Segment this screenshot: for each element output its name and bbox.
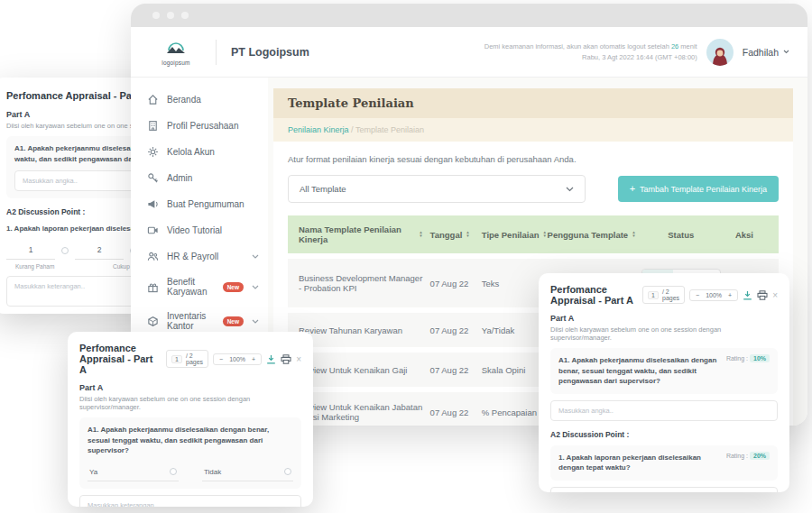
breadcrumb-separator: / — [351, 125, 354, 134]
zoom-level: 100% — [229, 356, 245, 362]
session-text: menit — [678, 42, 697, 50]
modal-title: Perfomance Appraisal - Part A — [79, 343, 161, 375]
zoom-out-button[interactable]: − — [219, 356, 223, 362]
zoom-out-button[interactable]: − — [696, 292, 699, 298]
print-icon[interactable] — [281, 354, 291, 364]
scale-label-low: Kurang Paham — [6, 263, 93, 270]
sidebar-item-beranda[interactable]: Beranda — [131, 87, 268, 113]
add-template-label: Tambah Template Penilaian Kinerja — [640, 185, 767, 194]
rating-value: 10% — [750, 354, 770, 362]
option-no[interactable]: Tidak — [202, 465, 293, 481]
sidebar-item-benefit-karyawan[interactable]: Benefit Karyawan New — [131, 270, 268, 304]
add-template-button[interactable]: + Tambah Template Penilaian Kinerja — [618, 176, 779, 202]
radio-button[interactable] — [61, 247, 69, 254]
pager: 1 / 2 pages − 100% + × — [642, 286, 778, 304]
option-yes[interactable]: Ya — [88, 465, 179, 481]
window-dot[interactable] — [152, 12, 160, 19]
sidebar-item-buat-pengumuman[interactable]: Buat Pengumuman — [131, 191, 268, 217]
question-a2-box: 1. Apakah laporan pekerjaan diselesaikan… — [550, 445, 778, 481]
avatar[interactable] — [706, 39, 734, 66]
template-date: 07 Aug 22 — [430, 279, 482, 289]
sidebar-item-label: Buat Pengumuman — [167, 199, 245, 209]
user-name: Fadhilah — [743, 47, 779, 58]
table-header: Nama Template Penilaian Kinerja▲▼ Tangga… — [288, 215, 779, 253]
close-icon[interactable]: × — [296, 354, 301, 364]
sort-icon[interactable]: ▲▼ — [632, 231, 635, 237]
number-input[interactable] — [550, 487, 778, 492]
download-icon[interactable] — [266, 354, 276, 364]
page-total: / 2 pages — [662, 289, 679, 301]
filter-value: All Template — [300, 184, 346, 194]
template-name: Business Development Manager - Probation… — [299, 273, 430, 293]
print-icon[interactable] — [757, 290, 768, 300]
sidebar-item-label: Beranda — [167, 95, 201, 105]
template-type: Ya/Tidak — [482, 325, 548, 335]
sidebar-item-label: Benefit Karyawan — [167, 277, 213, 297]
zoom-in-button[interactable]: + — [252, 356, 255, 362]
sort-icon[interactable]: ▲▼ — [543, 231, 547, 237]
rating-value: 20% — [750, 452, 770, 460]
logo-icon — [164, 39, 188, 59]
scale-number: 2 — [75, 243, 124, 260]
column-header-name[interactable]: Nama Template Penilaian Kinerja — [299, 224, 415, 244]
company-logo: logoipsum — [151, 39, 201, 66]
option-label: Ya — [89, 468, 97, 476]
session-info: Demi keamanan informasi, akun akan otoma… — [484, 41, 697, 63]
new-badge: New — [223, 282, 244, 292]
download-icon[interactable] — [743, 290, 752, 300]
zoom-control[interactable]: − 100% + — [689, 289, 738, 301]
page-indicator[interactable]: 1 / 2 pages — [166, 350, 208, 368]
option-label: Tidak — [204, 468, 221, 476]
section-title: Part A — [79, 383, 301, 392]
sort-icon[interactable]: ▲▼ — [419, 231, 422, 237]
chevron-down-icon — [783, 50, 789, 54]
key-icon — [147, 172, 159, 184]
user-menu[interactable]: Fadhilah — [743, 47, 789, 58]
sidebar-item-video-tutorial[interactable]: Video Tutorial — [131, 217, 268, 243]
appraisal-modal-center: Perfomance Appraisal - Part A 1 / 2 page… — [68, 332, 313, 507]
app-header: logoipsum PT Logoipsum Demi keamanan inf… — [131, 27, 807, 78]
modal-title: Perfomance Appraisal - Part A — [550, 284, 637, 306]
template-type: Skala Opini — [482, 365, 548, 375]
column-header-date[interactable]: Tanggal — [430, 230, 463, 240]
home-icon — [147, 94, 159, 105]
radio-button[interactable] — [284, 468, 291, 475]
sidebar-item-admin[interactable]: Admin — [131, 165, 268, 191]
page-indicator[interactable]: 1 / 2 pages — [642, 286, 685, 304]
breadcrumb-parent[interactable]: Penilaian Kinerja — [288, 125, 349, 134]
column-header-status: Status — [668, 230, 694, 240]
session-text: Demi keamanan informasi, akun akan otoma… — [484, 42, 671, 50]
zoom-in-button[interactable]: + — [728, 292, 732, 298]
question-a1-box: A1. Apakah pekerjaanmu diselesaikan deng… — [550, 348, 778, 394]
question-a2-text: 1. Apakah laporan pekerjaan diselesaikan… — [558, 453, 719, 473]
chevron-down-icon — [252, 285, 259, 289]
window-dot[interactable] — [181, 12, 189, 19]
sidebar-item-label: Kelola Akun — [167, 147, 215, 157]
column-header-user[interactable]: Pengguna Template — [548, 230, 629, 240]
sidebar-item-label: HR & Payroll — [167, 252, 218, 261]
close-icon[interactable]: × — [772, 290, 778, 300]
radio-button[interactable] — [170, 468, 177, 475]
number-input[interactable] — [550, 400, 778, 421]
sidebar-item-hr-payroll[interactable]: HR & Payroll — [131, 243, 268, 270]
window-dot[interactable] — [167, 12, 174, 19]
note-textarea[interactable] — [79, 495, 301, 507]
page-description: Atur format penilaian kinerja sesuai den… — [288, 154, 779, 164]
scale-number: 1 — [6, 243, 55, 260]
company-name: PT Logoipsum — [231, 46, 309, 59]
section-desc: Diisi oleh karyawan sebelum one on one s… — [79, 395, 301, 411]
sort-icon[interactable]: ▲▼ — [466, 231, 469, 237]
sidebar-item-profil-perusahaan[interactable]: Profil Perusahaan — [131, 113, 268, 139]
section-desc: Diisi oleh karyawan sebelum one on one s… — [550, 325, 778, 342]
a2-heading: A2 Discussion Point : — [550, 430, 778, 439]
question-a1-text: A1. Apakah pekerjaanmu diselesaikan deng… — [558, 355, 719, 387]
gear-icon — [147, 146, 159, 158]
zoom-control[interactable]: − 100% + — [213, 353, 262, 365]
box-icon — [147, 316, 159, 327]
sidebar-item-label: Inventaris Kantor — [167, 311, 213, 331]
sidebar-item-kelola-akun[interactable]: Kelola Akun — [131, 139, 268, 165]
template-filter-select[interactable]: All Template — [288, 175, 586, 203]
column-header-type[interactable]: Tipe Penilaian — [482, 230, 540, 240]
sidebar-item-label: Profil Perusahaan — [167, 121, 239, 131]
megaphone-icon — [147, 198, 159, 210]
